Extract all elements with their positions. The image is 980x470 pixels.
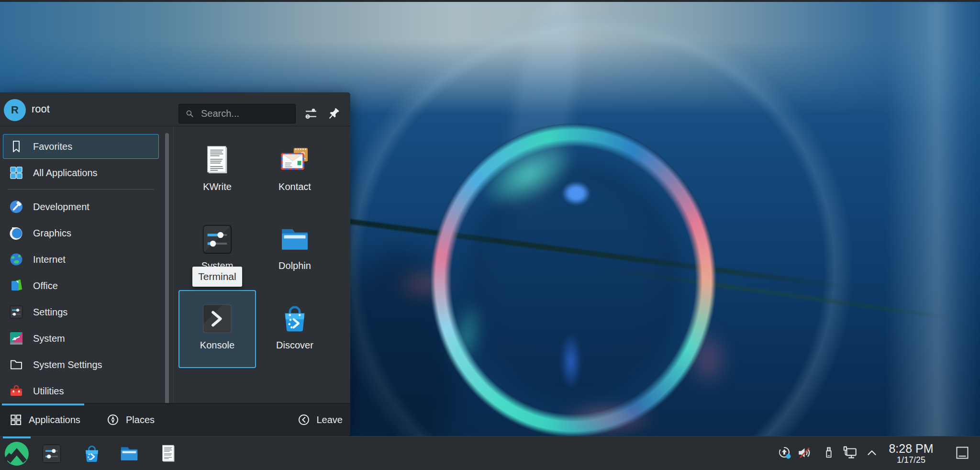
grid-item-label: Dolphin — [278, 260, 311, 271]
system-icon — [9, 331, 24, 346]
grid-item-label: Discover — [276, 340, 313, 350]
configure-icon — [303, 106, 319, 122]
tab-label: Applications — [29, 414, 80, 425]
usb-device-icon — [822, 446, 836, 460]
tab-places[interactable]: Places — [97, 403, 164, 436]
menu-header: R root — [0, 92, 350, 126]
task-discover[interactable] — [73, 436, 111, 470]
sidebar-item-label: Development — [33, 201, 89, 213]
network-icon — [842, 445, 858, 461]
favorites-grid: KWrite — [175, 126, 350, 403]
task-dolphin[interactable] — [111, 436, 148, 470]
development-icon — [9, 199, 24, 214]
volume-muted-icon — [796, 445, 813, 461]
konsole-icon — [200, 302, 234, 336]
sidebar-scrollbar[interactable] — [165, 133, 169, 420]
avatar-initial: R — [11, 104, 19, 116]
launcher-icon — [3, 440, 30, 467]
sidebar-item-label: All Applications — [33, 168, 98, 179]
discover-task-icon — [81, 443, 103, 465]
grid-item-label: Kontact — [278, 181, 311, 192]
wallpaper-blue-streak — [557, 325, 584, 397]
grid-item-dolphin[interactable]: Dolphin — [256, 211, 334, 289]
search-icon — [185, 109, 195, 119]
grid-icon — [9, 413, 22, 426]
task-system-settings[interactable] — [33, 436, 70, 470]
sidebar-item-label: Favorites — [33, 141, 72, 152]
kontact-icon — [278, 143, 312, 178]
sidebar-item-label: Utilities — [33, 386, 64, 397]
dolphin-icon — [278, 222, 312, 257]
sidebar-item-system[interactable]: System — [3, 326, 159, 351]
active-tab-indicator — [2, 403, 84, 405]
sidebar-item-label: Settings — [33, 307, 67, 318]
bookmark-icon — [9, 139, 24, 154]
digital-clock[interactable]: 8:28 PM 1/17/25 — [884, 441, 938, 466]
grid-item-discover[interactable]: Discover — [256, 290, 334, 368]
network-tray-button[interactable] — [842, 445, 858, 461]
grid-item-label: Konsole — [200, 340, 234, 350]
avatar[interactable]: R — [4, 99, 26, 121]
wallpaper-glass-ribbon — [885, 0, 980, 470]
sidebar-item-graphics[interactable]: Graphics — [3, 221, 159, 246]
sidebar-item-system-settings[interactable]: System Settings — [3, 352, 159, 377]
task-kwrite[interactable] — [150, 436, 187, 470]
sidebar-item-favorites[interactable]: Favorites — [3, 134, 159, 159]
pin-button[interactable] — [324, 105, 343, 123]
leave-button[interactable]: Leave — [297, 413, 343, 426]
system-settings-task-icon — [41, 443, 63, 465]
kwrite-task-icon — [158, 443, 179, 464]
expand-tray-button[interactable] — [864, 445, 880, 461]
volume-tray-button[interactable] — [796, 445, 813, 461]
tab-applications[interactable]: Applications — [0, 403, 84, 436]
tab-label: Places — [126, 414, 155, 425]
user-name: root — [32, 92, 50, 126]
leave-icon — [297, 413, 311, 426]
sidebar-item-all-applications[interactable]: All Applications — [3, 160, 159, 185]
application-launcher-button[interactable] — [0, 436, 33, 470]
discover-icon — [278, 302, 312, 336]
sidebar-item-label: System — [33, 333, 65, 344]
wallpaper-pink-glow-bottom — [541, 397, 675, 440]
sidebar-item-label: Office — [33, 280, 58, 291]
internet-icon — [9, 252, 24, 267]
kwrite-icon — [200, 143, 234, 178]
sidebar-grid-divider — [173, 126, 174, 403]
updates-icon — [777, 445, 792, 460]
sidebar-item-settings[interactable]: Settings — [3, 300, 159, 325]
grid-item-label: KWrite — [203, 181, 232, 192]
clock-time: 8:28 PM — [889, 442, 933, 455]
office-icon — [9, 278, 24, 293]
show-desktop-button[interactable] — [954, 445, 970, 461]
tooltip-text: Terminal — [198, 271, 236, 282]
settings-sliders-icon — [9, 304, 24, 320]
dolphin-task-icon — [118, 443, 140, 465]
all-applications-icon — [9, 165, 24, 180]
updates-tray-button[interactable] — [777, 445, 793, 461]
wallpaper-top-strip — [0, 0, 980, 2]
sidebar-category-list: Favorites All Applications — [3, 134, 162, 405]
sidebar-item-utilities[interactable]: Utilities — [3, 379, 159, 403]
show-desktop-icon — [955, 445, 970, 460]
folder-outline-icon — [9, 357, 24, 372]
wallpaper-blue-dot — [557, 178, 595, 209]
search-input[interactable] — [200, 108, 295, 120]
sidebar-item-development[interactable]: Development — [3, 194, 159, 219]
usb-tray-button[interactable] — [821, 445, 837, 461]
configure-button[interactable] — [302, 105, 320, 123]
sidebar-item-label: System Settings — [33, 359, 102, 370]
compass-icon — [106, 413, 120, 426]
sidebar-item-office[interactable]: Office — [3, 273, 159, 298]
grid-item-kwrite[interactable]: KWrite — [178, 132, 256, 210]
sidebar-item-label: Graphics — [33, 228, 71, 239]
grid-item-konsole[interactable]: Konsole — [178, 290, 256, 368]
sidebar-item-label: Internet — [33, 254, 66, 265]
wallpaper-pink-glow-right — [679, 316, 737, 402]
grid-item-kontact[interactable]: Kontact — [256, 132, 334, 210]
system-settings-icon — [200, 222, 234, 257]
sidebar-item-internet[interactable]: Internet — [3, 247, 159, 272]
toolbox-icon — [9, 383, 24, 399]
search-box[interactable] — [178, 104, 296, 123]
tooltip: Terminal — [192, 267, 242, 287]
application-launcher-menu: R root — [0, 92, 350, 436]
